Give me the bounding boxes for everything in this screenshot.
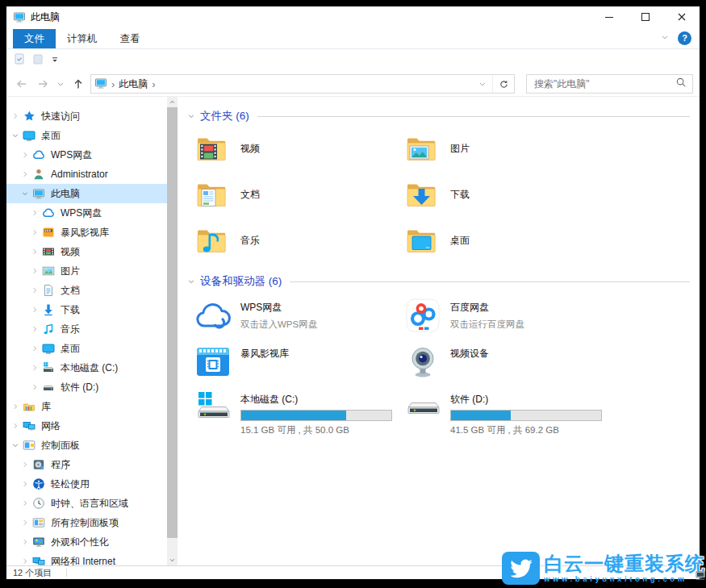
tile-label: 音乐 (240, 234, 260, 248)
chevron-right-icon[interactable] (29, 325, 40, 333)
chevron-right-icon[interactable] (19, 461, 30, 469)
sidebar-item[interactable]: 所有控制面板项 (6, 513, 167, 532)
folder-tile[interactable]: 音乐 (195, 223, 405, 261)
chevron-right-icon[interactable] (19, 480, 30, 488)
close-button[interactable] (663, 6, 700, 27)
sidebar-item[interactable]: 桌面 (6, 339, 167, 358)
tile-label: 下载 (450, 188, 470, 202)
chevron-right-icon[interactable] (19, 151, 30, 159)
title-bar: 此电脑 (6, 6, 700, 27)
chevron-right-icon[interactable] (29, 344, 40, 352)
expand-ribbon-icon[interactable] (660, 31, 670, 45)
customize-toolbar-icon[interactable] (50, 53, 60, 68)
sidebar-item[interactable]: 外观和个性化 (6, 532, 167, 552)
storm-icon (195, 342, 231, 381)
chevron-down-icon[interactable] (19, 190, 30, 198)
chevron-right-icon[interactable] (29, 306, 40, 314)
sidebar-item-label: 程序 (51, 458, 70, 472)
chevron-right-icon[interactable] (29, 383, 40, 391)
sidebar-item[interactable]: 时钟、语言和区域 (6, 494, 167, 513)
capacity-bar (450, 410, 602, 421)
chevron-right-icon[interactable] (29, 248, 40, 256)
sidebar-item[interactable]: 控制面板 (6, 436, 167, 455)
f-desktop-icon (405, 223, 441, 261)
sidebar-item[interactable]: WPS网盘 (6, 145, 167, 165)
search-box[interactable] (526, 74, 693, 94)
maximize-button[interactable] (627, 6, 663, 27)
chevron-right-icon[interactable] (19, 557, 30, 565)
search-input[interactable] (533, 77, 675, 90)
sidebar-item[interactable]: 库 (6, 397, 167, 416)
sidebar-item[interactable]: 此电脑 (6, 184, 167, 203)
forward-button[interactable] (34, 74, 52, 94)
scrollbar-thumb[interactable] (167, 107, 178, 538)
device-tile[interactable]: 暴风影视库 (195, 342, 405, 381)
device-tile[interactable]: 百度网盘双击运行百度网盘 (405, 296, 615, 335)
sidebar-item[interactable]: 程序 (6, 455, 167, 474)
sidebar-item[interactable]: 软件 (D:) (6, 377, 167, 397)
folder-tile[interactable]: 桌面 (405, 223, 615, 261)
sidebar-item[interactable]: 音乐 (6, 319, 167, 339)
chevron-right-icon[interactable] (29, 209, 40, 217)
chevron-right-icon[interactable] (29, 267, 40, 275)
up-button[interactable] (69, 74, 87, 94)
folder-tile[interactable]: 下载 (405, 177, 615, 215)
folder-tile[interactable]: 图片 (405, 131, 615, 169)
sidebar-item[interactable]: 下载 (6, 300, 167, 319)
folder-tile[interactable]: 文档 (195, 177, 405, 215)
sidebar-item[interactable]: Administrator (6, 165, 167, 184)
chevron-right-icon[interactable] (19, 538, 30, 546)
downloads-icon (42, 303, 56, 316)
chevron-right-icon[interactable] (29, 286, 40, 294)
help-button[interactable]: ? (678, 31, 691, 45)
folder-tile[interactable]: 视频 (195, 131, 405, 169)
address-bar[interactable]: › 此电脑 › (90, 74, 515, 94)
sidebar-item[interactable]: 网络和 Internet (6, 552, 167, 565)
sidebar-item[interactable]: 网络 (6, 416, 167, 436)
sidebar-item[interactable]: 图片 (6, 261, 167, 281)
disk-s-icon (42, 381, 56, 394)
user-icon (32, 168, 46, 181)
storm-s-icon (42, 226, 56, 239)
sidebar-item[interactable]: 轻松使用 (6, 474, 167, 494)
device-tile[interactable]: 视频设备 (405, 342, 615, 381)
chevron-right-icon[interactable] (19, 170, 30, 178)
sidebar-item[interactable]: 暴风影视库 (6, 223, 167, 242)
new-folder-icon[interactable] (31, 52, 44, 69)
sidebar-scrollbar[interactable] (167, 97, 178, 565)
sidebar-item[interactable]: WPS网盘 (6, 203, 167, 223)
search-icon[interactable] (675, 77, 687, 91)
sidebar-item[interactable]: 桌面 (6, 126, 167, 145)
chevron-right-icon[interactable] (10, 402, 20, 411)
sidebar-item[interactable]: 本地磁盘 (C:) (6, 358, 167, 377)
scroll-down-icon[interactable] (167, 555, 178, 565)
sidebar-item[interactable]: 快速访问 (6, 106, 167, 126)
menu-item-view[interactable]: 查看 (109, 29, 152, 48)
sidebar-item[interactable]: 文档 (6, 281, 167, 300)
properties-icon[interactable] (13, 52, 26, 69)
refresh-icon[interactable] (492, 75, 514, 93)
chevron-right-icon[interactable] (19, 519, 30, 527)
chevron-down-icon[interactable] (186, 277, 196, 286)
chevron-right-icon[interactable] (19, 499, 30, 507)
back-button[interactable] (13, 74, 31, 94)
chevron-right-icon[interactable] (10, 112, 20, 120)
address-dropdown-icon[interactable] (473, 75, 492, 93)
minimize-button[interactable] (591, 6, 627, 27)
desktop-icon (42, 342, 56, 355)
menu-item-file[interactable]: 文件 (13, 29, 56, 48)
chevron-right-icon[interactable] (29, 364, 40, 372)
chevron-down-icon[interactable] (10, 131, 20, 140)
breadcrumb[interactable]: 此电脑 (119, 77, 148, 91)
sidebar-item[interactable]: 视频 (6, 242, 167, 261)
chevron-right-icon[interactable] (10, 422, 20, 430)
device-tile[interactable]: WPS网盘双击进入WPS网盘 (195, 296, 405, 335)
chevron-down-icon[interactable] (186, 112, 196, 120)
drive-tile[interactable]: 软件 (D:)41.5 GB 可用 , 共 69.2 GB (405, 388, 615, 427)
chevron-right-icon[interactable] (29, 228, 40, 236)
chevron-down-icon[interactable] (10, 441, 20, 449)
drive-tile[interactable]: 本地磁盘 (C:)15.1 GB 可用 , 共 50.0 GB (195, 388, 405, 427)
recent-locations-icon[interactable] (55, 79, 66, 89)
menu-item-computer[interactable]: 计算机 (56, 29, 109, 48)
scroll-up-icon[interactable] (167, 97, 178, 107)
